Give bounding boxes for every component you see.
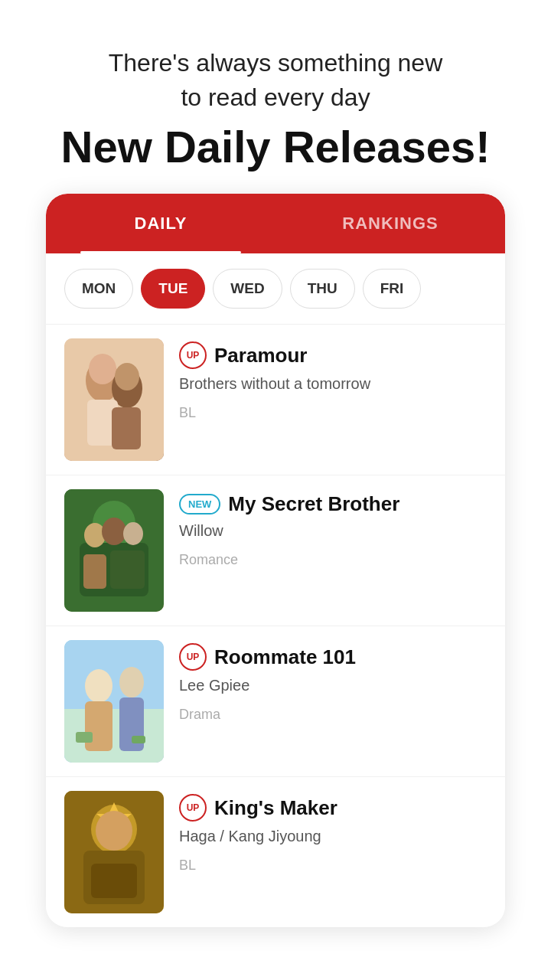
- badge-up-icon: UP: [179, 794, 207, 822]
- comic-author: Willow: [179, 522, 487, 540]
- header-section: There's always something new to read eve…: [0, 0, 551, 194]
- svg-point-6: [115, 363, 139, 390]
- comic-genre: BL: [179, 405, 487, 421]
- svg-rect-22: [132, 736, 145, 743]
- day-wed[interactable]: WED: [213, 269, 282, 309]
- svg-point-5: [89, 354, 116, 384]
- svg-rect-14: [110, 550, 145, 589]
- tab-daily[interactable]: DAILY: [46, 194, 276, 253]
- svg-rect-18: [85, 701, 112, 751]
- svg-point-12: [123, 522, 143, 545]
- badge-up-icon: UP: [179, 643, 207, 671]
- comic-title: Roommate 101: [214, 645, 356, 669]
- comic-thumbnail-paramour: [64, 338, 164, 461]
- svg-point-17: [85, 669, 112, 703]
- day-thu[interactable]: THU: [290, 269, 355, 309]
- comic-genre: Romance: [179, 552, 487, 568]
- comic-thumbnail-king: [64, 791, 164, 913]
- comic-info-secret: NEW My Secret Brother Willow Romance: [179, 489, 487, 568]
- main-card: DAILY RANKINGS MON TUE WED THU FRI: [46, 194, 505, 927]
- comic-genre: BL: [179, 858, 487, 874]
- header-subtitle: There's always something new to read eve…: [31, 46, 520, 115]
- comic-genre: Drama: [179, 707, 487, 723]
- comic-title: King's Maker: [214, 796, 337, 820]
- page-container: There's always something new to read eve…: [0, 0, 551, 927]
- comic-title: Paramour: [214, 344, 307, 368]
- comic-info-paramour: UP Paramour Brothers without a tomorrow …: [179, 338, 487, 421]
- svg-point-11: [102, 518, 126, 545]
- svg-rect-13: [83, 554, 106, 589]
- comic-author: Brothers without a tomorrow: [179, 375, 487, 393]
- day-mon[interactable]: MON: [64, 269, 133, 309]
- list-item[interactable]: UP King's Maker Haga / Kang Jiyoung BL: [46, 776, 505, 927]
- comic-title: My Secret Brother: [228, 492, 399, 516]
- day-tue[interactable]: TUE: [141, 269, 205, 309]
- comic-thumbnail-roommate: [64, 640, 164, 763]
- days-row: MON TUE WED THU FRI: [46, 253, 505, 324]
- comic-info-roommate: UP Roommate 101 Lee Gpiee Drama: [179, 640, 487, 723]
- list-item[interactable]: UP Roommate 101 Lee Gpiee Drama: [46, 626, 505, 776]
- header-title: New Daily Releases!: [31, 122, 520, 172]
- comic-thumbnail-secret: [64, 489, 164, 612]
- comic-info-king: UP King's Maker Haga / Kang Jiyoung BL: [179, 791, 487, 874]
- day-fri[interactable]: FRI: [363, 269, 422, 309]
- list-item[interactable]: UP Paramour Brothers without a tomorrow …: [46, 324, 505, 475]
- list-item[interactable]: NEW My Secret Brother Willow Romance: [46, 475, 505, 626]
- svg-point-27: [96, 811, 132, 851]
- tab-rankings[interactable]: RANKINGS: [276, 194, 505, 253]
- svg-rect-28: [91, 864, 137, 898]
- tabs-bar: DAILY RANKINGS: [46, 194, 505, 253]
- svg-rect-21: [76, 732, 93, 743]
- comic-author: Haga / Kang Jiyoung: [179, 828, 487, 845]
- comic-author: Lee Gpiee: [179, 677, 487, 694]
- svg-point-19: [119, 667, 144, 697]
- comics-list: UP Paramour Brothers without a tomorrow …: [46, 324, 505, 927]
- badge-up-icon: UP: [179, 341, 207, 369]
- svg-rect-4: [112, 407, 141, 449]
- badge-new-icon: NEW: [179, 494, 220, 514]
